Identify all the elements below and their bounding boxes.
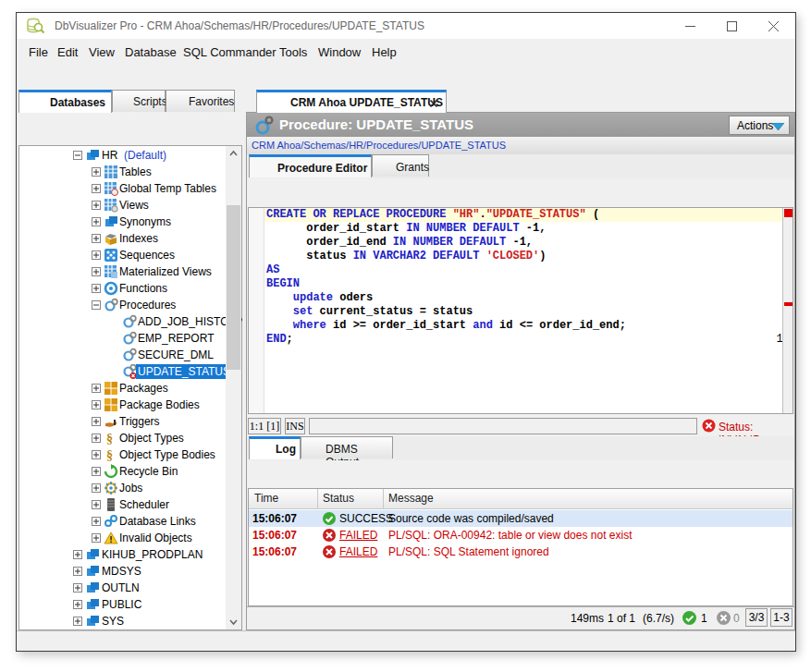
svg-text:§: § (106, 448, 113, 462)
svg-text:§: § (106, 432, 113, 446)
